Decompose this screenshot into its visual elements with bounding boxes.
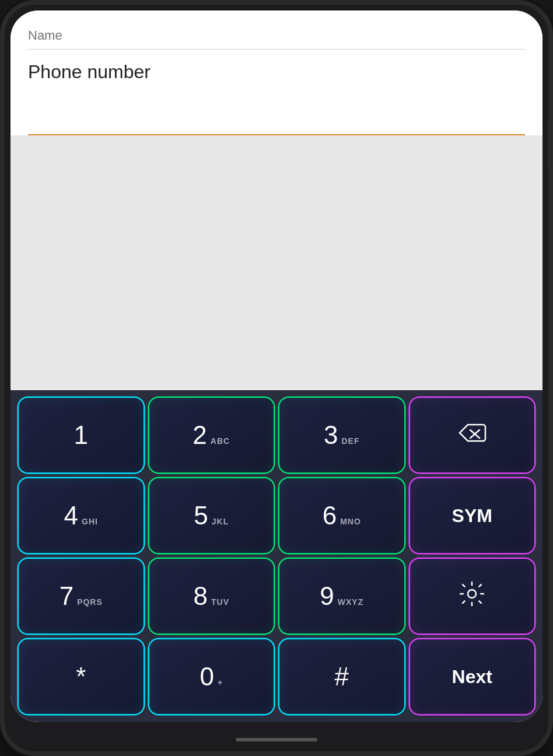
key-letters: WXYZ	[338, 597, 363, 607]
phone-frame: Phone number 12ABC3DEF 4GHI5JKL6MNOSYM7P…	[0, 0, 553, 756]
input-area: Phone number	[10, 10, 542, 135]
name-input[interactable]	[28, 28, 525, 43]
key-number: 3	[324, 422, 338, 448]
key-content: 8TUV	[194, 583, 229, 609]
key-content: 7PQRS	[60, 583, 103, 609]
key-letters: ABC	[211, 436, 230, 446]
screen: Phone number 12ABC3DEF 4GHI5JKL6MNOSYM7P…	[10, 10, 542, 722]
key-del[interactable]	[410, 398, 535, 473]
key-1[interactable]: 1	[19, 398, 144, 473]
key-7[interactable]: 7PQRS	[19, 559, 144, 634]
key-number: 7	[60, 583, 74, 609]
key-content: 6MNO	[323, 503, 361, 528]
key-number: 8	[194, 583, 208, 609]
key-letters: +	[218, 678, 223, 687]
key-letters: TUV	[211, 597, 229, 607]
key-number: 9	[320, 583, 334, 609]
key-hash[interactable]: #	[279, 639, 404, 714]
key-2[interactable]: 2ABC	[149, 398, 274, 473]
key-content: *	[76, 664, 86, 690]
key-4[interactable]: 4GHI	[19, 478, 144, 553]
key-number: 1	[74, 422, 88, 448]
phone-number-label: Phone number	[28, 61, 525, 83]
key-number: 4	[64, 503, 78, 528]
key-number: 6	[323, 503, 337, 528]
key-number: #	[335, 664, 349, 690]
home-indicator	[236, 738, 317, 741]
key-3[interactable]: 3DEF	[279, 398, 404, 473]
key-number: *	[76, 664, 86, 690]
key-content: #	[335, 664, 349, 690]
key-settings[interactable]	[410, 559, 535, 634]
sym-label: SYM	[452, 505, 492, 527]
key-content: 2ABC	[192, 422, 230, 448]
phone-field-container: Phone number	[28, 61, 525, 135]
key-number: 2	[192, 422, 206, 448]
key-content: 3DEF	[324, 422, 359, 448]
key-content: 0+	[200, 664, 223, 690]
key-letters: DEF	[341, 436, 359, 446]
svg-point-2	[468, 590, 476, 598]
key-5[interactable]: 5JKL	[149, 478, 274, 553]
key-0[interactable]: 0+	[149, 639, 274, 714]
key-letters: JKL	[212, 517, 229, 526]
keyboard-row-0: 12ABC3DEF	[19, 398, 534, 473]
spacer-area	[10, 135, 542, 390]
key-sym[interactable]: SYM	[410, 478, 535, 553]
key-number: 5	[194, 503, 208, 528]
keyboard-row-1: 4GHI5JKL6MNOSYM	[19, 478, 534, 553]
key-letters: GHI	[82, 517, 98, 526]
keyboard-row-2: 7PQRS8TUV9WXYZ	[19, 559, 534, 634]
key-content: 4GHI	[64, 503, 98, 528]
settings-icon	[458, 580, 486, 613]
key-next[interactable]: Next	[410, 639, 535, 714]
key-number: 0	[200, 664, 214, 690]
key-letters: MNO	[340, 517, 361, 526]
key-content: 1	[74, 422, 88, 448]
next-label: Next	[452, 666, 492, 688]
delete-icon	[457, 422, 487, 448]
key-6[interactable]: 6MNO	[279, 478, 404, 553]
key-content: 5JKL	[194, 503, 229, 528]
key-letters: PQRS	[77, 597, 103, 607]
key-star[interactable]: *	[19, 639, 144, 714]
key-9[interactable]: 9WXYZ	[279, 559, 404, 634]
keyboard-row-3: *0+#Next	[19, 639, 534, 714]
key-8[interactable]: 8TUV	[149, 559, 274, 634]
home-bar	[5, 728, 548, 751]
name-field-container	[28, 22, 525, 50]
keyboard: 12ABC3DEF 4GHI5JKL6MNOSYM7PQRS8TUV9WXYZ …	[10, 390, 542, 722]
key-content: 9WXYZ	[320, 583, 363, 609]
